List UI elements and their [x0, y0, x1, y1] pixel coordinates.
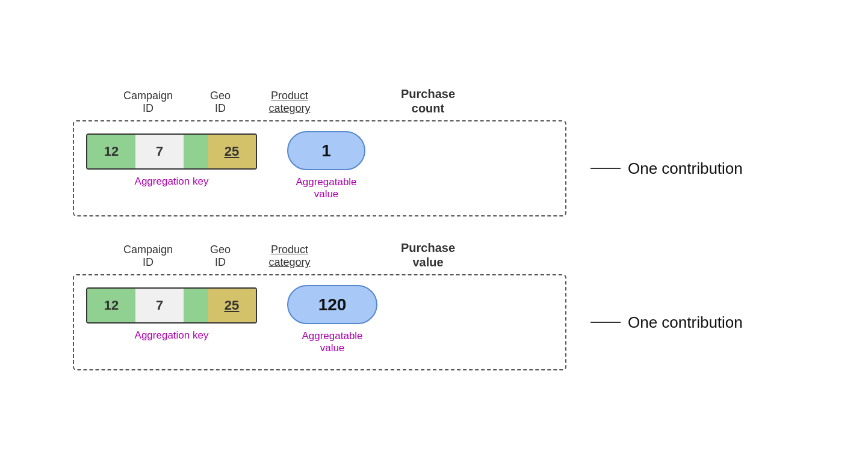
header-geo-1: GeoID	[187, 90, 253, 115]
header-campaign-2: CampaignID	[109, 244, 187, 269]
header-campaign-1: CampaignID	[109, 90, 187, 115]
contribution-block-2: CampaignID GeoID Productcategory Purchas…	[73, 241, 795, 370]
main-container: CampaignID GeoID Productcategory Purchas…	[0, 0, 868, 457]
geo-cell-2b	[184, 289, 208, 322]
key-value-area-1: 12 7 25 Aggregation key	[86, 132, 365, 197]
key-value-area-2: 12 7 25 Aggregation key	[86, 286, 377, 351]
contribution-label-1: One contribution	[591, 159, 743, 178]
value-bubble-1: 1	[287, 131, 365, 170]
dashed-box-2: 12 7 25 Aggregation key	[73, 274, 566, 370]
dashed-box-1: 12 7 25 Aggregation key	[73, 120, 566, 216]
campaign-cell-1: 12	[87, 135, 135, 168]
campaign-cell-2: 12	[87, 289, 135, 322]
col-headers-1: CampaignID GeoID Productcategory Purchas…	[73, 87, 795, 115]
header-product-1: Productcategory	[253, 90, 326, 115]
geo-cell-2: 7	[135, 289, 184, 322]
h-line-2	[591, 322, 621, 324]
geo-cell-1: 7	[135, 135, 184, 168]
contribution-block-1: CampaignID GeoID Productcategory Purchas…	[73, 87, 795, 216]
product-cell-1: 25	[208, 135, 256, 168]
header-metric-1: Purchasecount	[374, 87, 482, 115]
header-geo-2: GeoID	[187, 244, 253, 269]
header-metric-2: Purchasevalue	[374, 241, 482, 269]
agg-key-label-2: Aggregation key	[135, 330, 209, 342]
key-box-1: 12 7 25	[86, 133, 257, 170]
contribution-label-2: One contribution	[591, 313, 743, 332]
agg-value-label-2: Aggregatablevalue	[302, 330, 362, 354]
col-headers-2: CampaignID GeoID Productcategory Purchas…	[73, 241, 795, 269]
geo-cell-1b	[184, 135, 208, 168]
key-box-2: 12 7 25	[86, 287, 257, 324]
agg-key-label-1: Aggregation key	[135, 176, 209, 188]
h-line-1	[591, 168, 621, 170]
agg-value-label-1: Aggregatablevalue	[296, 176, 356, 200]
header-product-2: Productcategory	[253, 244, 326, 269]
value-bubble-2: 120	[287, 285, 377, 324]
product-cell-2: 25	[208, 289, 256, 322]
